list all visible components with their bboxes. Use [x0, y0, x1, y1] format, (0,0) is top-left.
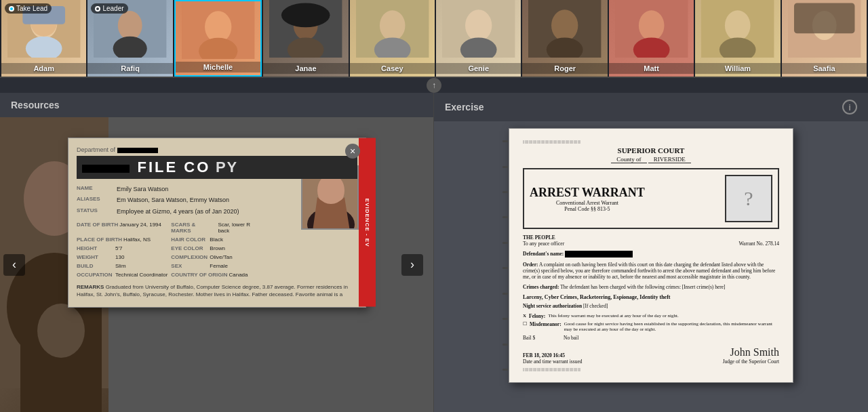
william-name: William	[695, 63, 780, 74]
dossier-grid: DATE OF BIRTHJanuary 24, 1994 SCARS & MA…	[77, 222, 357, 278]
participant-matt[interactable]: Matt	[609, 0, 694, 77]
evidence-bar: EVIDENCE - EV	[359, 138, 376, 307]
genie-face	[436, 0, 521, 58]
participant-janae[interactable]: Janae	[263, 0, 348, 77]
svg-point-19	[465, 9, 492, 41]
saafia-name: Saafia	[782, 63, 867, 74]
participant-rafiq[interactable]: Leader Rafiq	[87, 0, 172, 77]
saafia-face	[782, 0, 867, 58]
arrest-warrant: ||||||||||||||||||||||||||||||||||||||||…	[509, 128, 793, 383]
defendant-redacted	[565, 251, 633, 258]
collapse-handle[interactable]: ↑	[0, 78, 868, 93]
dossier-close-button[interactable]: ×	[345, 144, 360, 159]
svg-point-37	[37, 304, 85, 358]
main-content: Resources ‹	[0, 93, 868, 412]
leader-badge: Leader	[91, 3, 127, 14]
participant-adam[interactable]: Take Lead Adam	[1, 0, 86, 77]
matt-name: Matt	[609, 63, 694, 74]
participant-william[interactable]: William	[695, 0, 780, 77]
resources-body: ‹ × EVIDENCE - EV	[0, 117, 433, 412]
janae-name: Janae	[263, 63, 348, 74]
exercise-header: Exercise i	[434, 93, 868, 121]
rafiq-name: Rafiq	[87, 63, 172, 74]
misdemeanor-check: ☐ Misdemeanor: Good cause for night serv…	[523, 321, 779, 332]
svg-point-25	[639, 10, 665, 41]
file-header: FILE CO PY	[77, 156, 357, 179]
michelle-name: Michelle	[176, 62, 260, 73]
resources-panel: Resources ‹	[0, 93, 434, 412]
roger-face	[522, 0, 607, 58]
file-label: FILE CO	[138, 159, 211, 176]
participant-roger[interactable]: Roger	[522, 0, 607, 77]
dept-redacted	[117, 148, 158, 153]
leader-dot	[95, 6, 100, 12]
exercise-body: ||||||||||||||||||||||||||||||||||||||||…	[434, 121, 868, 412]
svg-point-6	[118, 11, 142, 40]
warrant-date: FEB 18, 2020 16:45 Date and time warrant…	[523, 352, 582, 365]
bg-person2-svg	[20, 290, 102, 412]
court-title: SUPERIOR COURT	[523, 146, 779, 154]
exercise-title: Exercise	[445, 102, 484, 112]
warrant-crimes-list: Larceny, Cyber Crimes, Racketeering, Esp…	[523, 294, 779, 300]
bg-face-2	[20, 290, 102, 412]
warrant-title-box: ARREST WARRANT Conventional Arrest Warra…	[523, 168, 779, 229]
participant-michelle[interactable]: Michelle	[174, 0, 262, 77]
collapse-arrow: ↑	[427, 78, 441, 93]
participant-bar: Take Lead Adam Leader Rafiq Michel	[0, 0, 868, 78]
county-value: RIVERSIDE	[648, 156, 691, 163]
roger-name: Roger	[522, 63, 607, 74]
warrant-photo: ?	[725, 175, 772, 222]
adam-name: Adam	[1, 63, 86, 74]
svg-point-28	[725, 10, 751, 41]
casey-face	[350, 0, 435, 58]
prev-arrow[interactable]: ‹	[3, 254, 25, 276]
court-county: County of RIVERSIDE	[523, 156, 779, 163]
matt-face	[609, 0, 694, 58]
genie-name: Genie	[436, 63, 521, 74]
warrant-left-deco	[501, 129, 509, 382]
warrant-title-text: ARREST WARRANT Conventional Arrest Warra…	[530, 186, 645, 212]
svg-point-22	[551, 9, 578, 41]
header-redacted	[82, 165, 130, 173]
info-button[interactable]: i	[842, 100, 857, 115]
top-perforations: ||||||||||||||||||||||||||||||||||||||||…	[523, 140, 779, 144]
dossier-card: × EVIDENCE - EV Department of	[68, 138, 366, 308]
bail-section: Bail $ No bail	[523, 335, 779, 341]
warrant-crimes: Crimes charged: The defendant has been c…	[523, 284, 779, 290]
resources-header: Resources	[0, 93, 433, 117]
felony-check: X Felony: This felony warrant may be exe…	[523, 313, 779, 319]
warrant-people: THE PEOPLE To any peace officer Warrant …	[523, 234, 779, 247]
participant-genie[interactable]: Genie	[436, 0, 521, 77]
dossier-remarks: REMARKS Graduated from University of Buf…	[77, 283, 357, 298]
william-face	[695, 0, 780, 58]
casey-name: Casey	[350, 63, 435, 74]
take-lead-badge: Take Lead	[5, 3, 52, 14]
participant-casey[interactable]: Casey	[350, 0, 435, 77]
resources-title: Resources	[11, 100, 60, 110]
svg-rect-13	[281, 3, 330, 27]
exercise-panel: Exercise i	[434, 93, 868, 412]
warrant-signature: John Smith Judge of the Superior Court	[723, 346, 779, 365]
warrant-night: Night service authorization [If checked]	[523, 303, 779, 309]
janae-face	[263, 0, 348, 58]
svg-rect-32	[794, 3, 854, 33]
participant-saafia[interactable]: Saafia	[782, 0, 867, 77]
michelle-face	[176, 1, 260, 59]
lead-dot	[9, 6, 14, 12]
bottom-perforations: ||||||||||||||||||||||||||||||||||||||||…	[523, 367, 779, 371]
svg-point-16	[380, 10, 406, 41]
dept-label: Department of	[77, 146, 357, 153]
next-arrow[interactable]: ›	[401, 254, 423, 276]
warrant-defendant: Defendant's name:	[523, 251, 779, 258]
warrant-footer: FEB 18, 2020 16:45 Date and time warrant…	[523, 346, 779, 365]
warrant-order: Order: A complaint on oath having been f…	[523, 262, 779, 280]
